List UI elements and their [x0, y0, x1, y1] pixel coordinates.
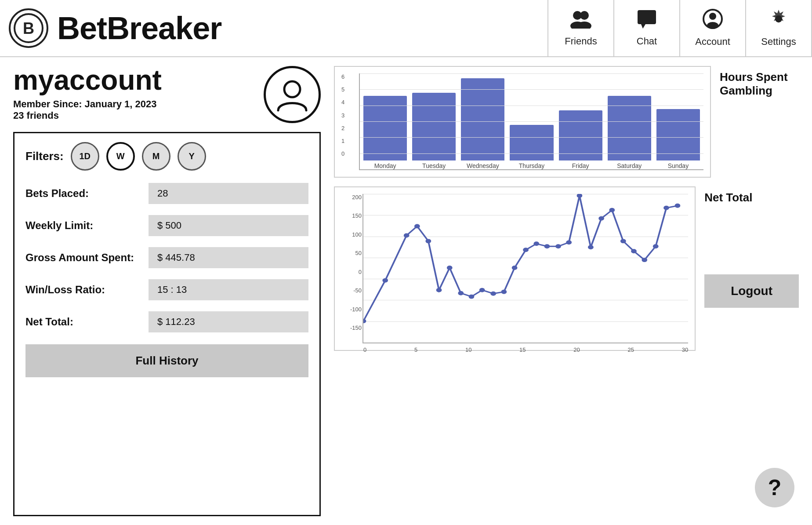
- nav-settings-label: Settings: [761, 36, 796, 47]
- stat-net-total: Net Total: $ 112.23: [25, 308, 308, 336]
- filter-m[interactable]: M: [142, 142, 170, 171]
- logo-icon: B: [9, 8, 48, 48]
- svg-point-33: [598, 216, 604, 221]
- nav-bar: Friends Chat Account: [547, 0, 812, 56]
- member-since: Member Since: January 1, 2023: [13, 98, 162, 110]
- nav-chat[interactable]: Chat: [614, 0, 680, 56]
- nav-friends-label: Friends: [565, 36, 597, 47]
- line-chart-container: -150 -100 -50 0 50 100 150 200: [334, 186, 696, 351]
- svg-point-15: [404, 233, 410, 237]
- filters-row: Filters: 1D W M Y: [25, 142, 308, 171]
- account-icon: [703, 9, 723, 33]
- svg-point-3: [580, 11, 589, 20]
- stat-weekly-limit: Weekly Limit: $ 500: [25, 211, 308, 240]
- svg-point-20: [458, 291, 464, 295]
- avatar: [264, 66, 321, 123]
- svg-point-35: [620, 239, 626, 243]
- svg-point-18: [436, 288, 442, 292]
- svg-point-19: [447, 266, 453, 270]
- svg-point-22: [479, 288, 485, 292]
- line-chart-title: Net Total: [704, 186, 752, 266]
- bar-chart-container: 0 1 2 3 4 5 6: [334, 66, 711, 178]
- svg-point-34: [609, 208, 615, 212]
- nav-chat-label: Chat: [637, 36, 657, 47]
- profile-section: myaccount Member Since: January 1, 2023 …: [13, 66, 321, 128]
- svg-point-29: [555, 244, 561, 248]
- bar-chart-title: Hours SpentGambling: [720, 66, 799, 98]
- svg-point-32: [588, 245, 594, 249]
- filters-label: Filters:: [25, 149, 64, 163]
- profile-meta: Member Since: January 1, 2023 23 friends: [13, 98, 162, 121]
- bar-tuesday: Tuesday: [412, 93, 456, 169]
- help-button[interactable]: ?: [755, 468, 794, 507]
- line-chart-section: -150 -100 -50 0 50 100 150 200: [334, 186, 799, 351]
- settings-icon: [768, 9, 789, 33]
- svg-point-13: [363, 319, 366, 323]
- friends-count: 23 friends: [13, 110, 162, 121]
- svg-point-24: [501, 290, 507, 294]
- svg-point-21: [469, 295, 475, 299]
- svg-point-17: [425, 239, 431, 243]
- bar-sunday: Sunday: [656, 109, 700, 169]
- username: myaccount: [13, 66, 162, 94]
- svg-point-40: [675, 204, 681, 208]
- svg-point-39: [663, 206, 669, 210]
- bar-wednesday: Wednesday: [461, 78, 504, 169]
- chat-icon: [637, 9, 657, 33]
- svg-point-9: [709, 13, 716, 20]
- svg-point-12: [284, 81, 300, 97]
- filter-1d[interactable]: 1D: [71, 142, 99, 171]
- left-panel: myaccount Member Since: January 1, 2023 …: [13, 66, 321, 516]
- header: B BetBreaker Friends: [0, 0, 812, 57]
- svg-point-16: [414, 224, 420, 229]
- bar-saturday: Saturday: [608, 96, 651, 169]
- svg-point-26: [523, 248, 529, 252]
- line-chart-svg: [363, 194, 688, 343]
- stat-win-loss: Win/Loss Ratio: 15 : 13: [25, 276, 308, 304]
- svg-point-31: [577, 194, 583, 198]
- logout-button[interactable]: Logout: [704, 274, 799, 308]
- stat-bets-placed: Bets Placed: 28: [25, 179, 308, 208]
- svg-point-10: [707, 22, 718, 29]
- nav-account-label: Account: [695, 36, 730, 47]
- main-content: myaccount Member Since: January 1, 2023 …: [0, 57, 812, 525]
- filter-w[interactable]: W: [106, 142, 135, 171]
- right-panel: 0 1 2 3 4 5 6: [334, 66, 799, 516]
- svg-point-28: [544, 244, 550, 248]
- svg-point-37: [642, 258, 647, 262]
- nav-settings[interactable]: Settings: [746, 0, 812, 56]
- bar-monday: Monday: [363, 96, 407, 169]
- svg-point-38: [653, 244, 659, 248]
- svg-point-30: [566, 240, 572, 244]
- nav-account[interactable]: Account: [680, 0, 746, 56]
- stats-box: Filters: 1D W M Y Bets Placed: 28 Weekly…: [13, 132, 321, 516]
- svg-point-27: [533, 241, 539, 246]
- svg-marker-7: [641, 24, 645, 29]
- svg-rect-6: [638, 10, 656, 24]
- svg-point-36: [631, 249, 637, 253]
- full-history-button[interactable]: Full History: [25, 344, 308, 377]
- bar-chart-section: 0 1 2 3 4 5 6: [334, 66, 799, 178]
- bar-thursday: Thursday: [510, 125, 553, 169]
- nav-friends[interactable]: Friends: [548, 0, 614, 56]
- svg-point-23: [490, 292, 496, 296]
- svg-point-25: [512, 266, 518, 270]
- svg-point-14: [382, 278, 388, 283]
- stat-gross-amount: Gross Amount Spent: $ 445.78: [25, 244, 308, 272]
- svg-text:B: B: [23, 19, 34, 37]
- logo-area: B BetBreaker: [0, 8, 230, 48]
- site-title: BetBreaker: [57, 10, 221, 46]
- bar-friday: Friday: [559, 110, 602, 169]
- friends-icon: [570, 9, 592, 33]
- filter-y[interactable]: Y: [178, 142, 206, 171]
